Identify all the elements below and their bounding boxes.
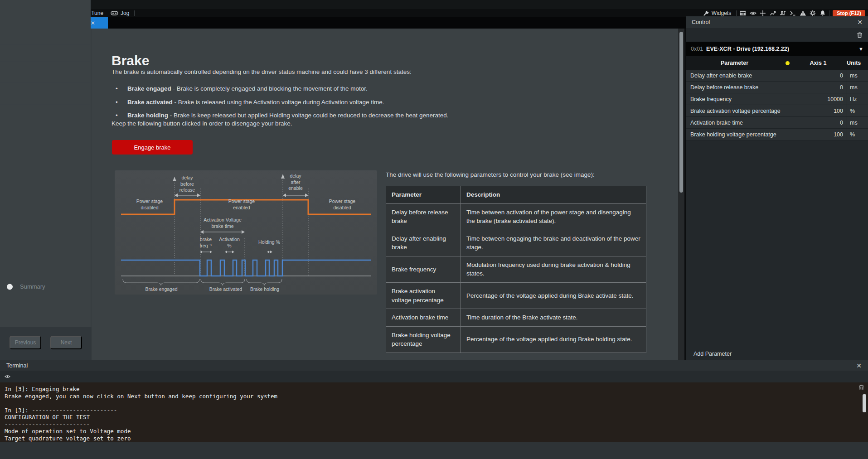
tab-bar: Welcome ✕ Wizard ✕	[0, 17, 686, 29]
terminal-line: Target quadrature voltage set to zero	[5, 435, 863, 442]
param-unit: ms	[847, 117, 868, 128]
terminal-header: Terminal ✕	[0, 360, 868, 371]
param-cell: Brake holding voltage percentage	[386, 326, 461, 353]
chevron-down-icon[interactable]: ▼	[858, 46, 863, 52]
intro-text: The brake is automatically controlled de…	[112, 68, 412, 75]
control-param-row[interactable]: Brake frequency 10000 Hz	[686, 93, 868, 105]
param-cell: Delay after enabling brake	[386, 230, 461, 256]
bullet-dot: •	[116, 97, 127, 107]
axis-label: Axis 1	[790, 60, 847, 66]
desc-cell: Time between engaging the brake and deac…	[461, 230, 646, 256]
param-unit: Hz	[847, 93, 868, 105]
param-unit: ms	[847, 70, 868, 81]
param-cell: Delay before release brake	[386, 203, 461, 230]
param-cell: Activation brake time	[386, 309, 461, 327]
wizard-content: Brake The brake is automatically control…	[92, 29, 678, 360]
brake-holding-label: Brake holding	[238, 286, 292, 293]
axis-status-dot	[786, 61, 790, 65]
terminal-console[interactable]: In [3]: Engaging brake Brake engaged, yo…	[0, 382, 868, 442]
toolbar-separator	[736, 10, 737, 16]
terminal-status-strip	[0, 442, 868, 459]
close-icon[interactable]: ✕	[91, 20, 95, 26]
main-scrollbar[interactable]	[678, 29, 684, 360]
bullet-item: • Brake holding - Brake is keep released…	[116, 111, 448, 121]
bullet-dot: •	[116, 84, 127, 94]
terminal-line	[5, 400, 863, 407]
control-param-row[interactable]: Delay after enable brake 0 ms	[686, 70, 868, 82]
param-value[interactable]: 100	[783, 108, 847, 114]
params-intro-text: The drive will use the following paramet…	[386, 171, 595, 178]
device-node-id: 0x01	[691, 46, 703, 52]
param-value[interactable]: 0	[783, 120, 847, 126]
control-col-axis: Axis 1	[783, 60, 847, 66]
terminal-line: In [3]: Engaging brake	[5, 386, 863, 393]
close-icon[interactable]: ✕	[857, 19, 863, 26]
brake-freq-label: brake freq⁻¹	[194, 237, 217, 249]
control-param-row[interactable]: Brake activation voltage percentage 100 …	[686, 105, 868, 117]
brake-voltage-waveform	[121, 260, 371, 276]
control-panel-title: Control	[692, 19, 710, 25]
close-icon[interactable]: ✕	[856, 362, 862, 369]
diagram-graphics	[115, 170, 377, 295]
state-bullets: • Brake engaged - Brake is completely en…	[116, 84, 448, 124]
param-name: Brake holding voltage percentatge	[686, 131, 783, 138]
power-stage-disabled-label: Power stage disabled	[125, 198, 175, 211]
bullet-text: Brake engaged - Brake is completely enga…	[127, 84, 368, 94]
toolbar-separator	[829, 10, 829, 16]
table-row: Delay before release brake Time between …	[386, 203, 646, 230]
control-col-units: Units	[847, 60, 868, 66]
terminal-scrollbar-thumb[interactable]	[863, 394, 866, 412]
terminal-line: -------------------------	[5, 421, 863, 428]
param-value[interactable]: 0	[783, 84, 847, 91]
table-row: Brake holding voltage percentage Percent…	[386, 326, 646, 353]
control-panel-tools	[686, 28, 868, 42]
table-row: Brake frequency Modulation frequency use…	[386, 256, 646, 282]
trash-icon[interactable]	[857, 32, 863, 38]
device-name: EVE-XCR - Drive (192.168.2.22)	[706, 46, 789, 52]
control-param-row[interactable]: Brake holding voltage percentatge 100 %	[686, 129, 868, 140]
power-stage-enabled-label: Power stage enabled	[217, 198, 267, 211]
bullet-item: • Brake activated - Brake is released us…	[116, 97, 448, 107]
param-name: Brake activation voltage percentage	[686, 108, 783, 114]
param-value[interactable]: 100	[783, 131, 847, 138]
control-param-row[interactable]: Activation brake time 0 ms	[686, 117, 868, 129]
wizard-steps: Welcome Communications Safe Torque Off L…	[0, 29, 92, 319]
jog-button[interactable]: Jog	[107, 9, 133, 17]
bullet-text: Brake holding - Brake is keep released b…	[127, 111, 448, 121]
param-value[interactable]: 0	[783, 72, 847, 79]
toolbar-separator	[134, 10, 135, 16]
main-scrollbar-thumb[interactable]	[679, 32, 683, 193]
param-unit: ms	[847, 82, 868, 93]
jog-icon	[111, 10, 118, 16]
control-col-parameter: Parameter	[686, 60, 783, 66]
param-value[interactable]: 10000	[783, 96, 847, 102]
trash-icon[interactable]	[858, 384, 864, 391]
desc-cell: Time between activation of the power sta…	[461, 203, 646, 230]
param-unit: %	[847, 129, 868, 140]
control-param-row[interactable]: Delay before release brake 0 ms	[686, 82, 868, 93]
table-row: Activation brake time Time duration of t…	[386, 309, 646, 327]
next-button[interactable]: Next	[50, 336, 82, 349]
tune-label: Tune	[91, 10, 103, 16]
page-title: Brake	[112, 53, 149, 68]
terminal-title: Terminal	[6, 362, 28, 369]
device-selector[interactable]: 0x01 EVE-XCR - Drive (192.168.2.22) ▼	[686, 42, 868, 56]
control-panel: Control ✕ 0x01 EVE-XCR - Drive (192.168.…	[686, 16, 868, 360]
terminal-line: CONFIGURATION OF THE TEST	[5, 414, 863, 421]
terminal-panel: Terminal ✕ In [3]: Engaging brake Brake …	[0, 360, 868, 459]
previous-button[interactable]: Previous	[10, 336, 41, 349]
desc-cell: Modulation frequency used during brake a…	[461, 256, 646, 282]
table-row: Brake activation voltage percentage Perc…	[386, 282, 646, 309]
control-rows: Delay after enable brake 0 ms Delay befo…	[686, 70, 868, 140]
bullet-text: Brake activated - Brake is released usin…	[127, 97, 384, 107]
terminal-line: Brake engaged, you can now click on Next…	[5, 393, 863, 400]
holding-pct-label: Holding %	[251, 239, 287, 246]
add-parameter-button[interactable]: Add Parameter	[686, 349, 732, 359]
engage-brake-button[interactable]: Engage brake	[112, 140, 193, 155]
col-description: Description	[461, 186, 646, 204]
brake-timing-diagram: Power stage disabled Power stage enabled…	[115, 170, 377, 295]
eye-icon[interactable]	[5, 374, 10, 379]
param-cell: Brake frequency	[386, 256, 461, 282]
stop-button[interactable]: Stop (F12)	[833, 10, 865, 17]
control-table-header: Parameter Axis 1 Units	[686, 56, 868, 70]
